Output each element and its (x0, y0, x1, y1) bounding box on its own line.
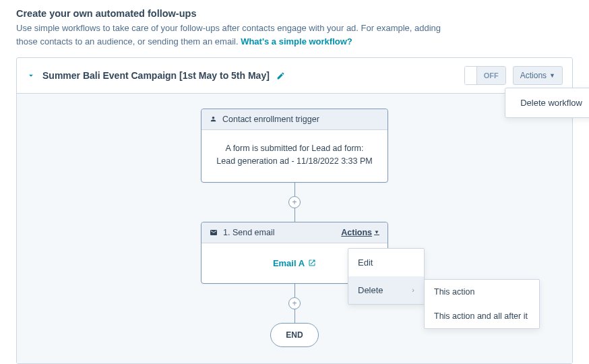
help-link[interactable]: What's a simple workflow? (241, 36, 352, 47)
edit-title-icon[interactable] (276, 71, 285, 80)
trigger-node-body: A form is submitted for Lead ad form: Le… (202, 130, 388, 182)
collapse-toggle-icon[interactable] (26, 71, 36, 80)
trigger-node[interactable]: Contact enrollment trigger A form is sub… (201, 109, 388, 183)
external-link-icon (308, 259, 316, 267)
submenu-this-action[interactable]: This action (425, 280, 539, 304)
end-node: END (270, 323, 318, 347)
email-link-text: Email A (273, 258, 305, 268)
email-header-label: 1. Send email (223, 228, 274, 237)
caret-down-icon: ▼ (549, 72, 555, 79)
workflow-canvas: Contact enrollment trigger A form is sub… (17, 94, 572, 363)
workflow-title: Summer Bali Event Campaign [1st May to 5… (42, 70, 270, 81)
menu-edit-label: Edit (358, 257, 373, 268)
delete-workflow-menu-item[interactable]: Delete workflow (505, 88, 589, 118)
add-step-button[interactable]: + (288, 196, 301, 208)
workflow-toggle[interactable]: OFF (464, 66, 506, 85)
submenu-this-and-after[interactable]: This action and all after it (425, 304, 539, 328)
workflow-card: Summer Bali Event Campaign [1st May to 5… (16, 57, 573, 364)
connector-line (294, 284, 295, 297)
workflow-actions-button[interactable]: Actions ▼ (513, 66, 563, 85)
email-icon (210, 229, 218, 237)
trigger-header-label: Contact enrollment trigger (222, 115, 319, 124)
toggle-handle (465, 67, 477, 84)
delete-submenu: This action This action and all after it (424, 279, 540, 329)
caret-down-icon: ▼ (374, 229, 379, 235)
trigger-node-header: Contact enrollment trigger (202, 109, 388, 130)
workflow-header: Summer Bali Event Campaign [1st May to 5… (17, 58, 572, 94)
subtitle-text: Use simple workflows to take care of you… (16, 23, 441, 47)
connector-line (294, 309, 295, 323)
connector-line (294, 208, 295, 222)
menu-delete-label: Delete (358, 285, 383, 295)
add-step-button[interactable]: + (288, 297, 301, 309)
email-actions-label: Actions (341, 228, 372, 237)
chevron-right-icon: › (412, 286, 414, 294)
email-node-actions-button[interactable]: Actions ▼ (341, 228, 379, 237)
contact-icon (210, 116, 217, 123)
menu-item-delete[interactable]: Delete › (348, 276, 424, 304)
connector-line (294, 183, 295, 196)
page-subtitle: Use simple workflows to take care of you… (16, 22, 447, 48)
toggle-label: OFF (477, 67, 505, 84)
page-title: Create your own automated follow-ups (16, 8, 573, 19)
menu-item-edit[interactable]: Edit (348, 249, 424, 276)
node-actions-menu: Edit Delete › This action This action an… (348, 248, 425, 305)
workflow-actions-label: Actions (520, 71, 547, 80)
email-node-header: 1. Send email Actions ▼ (202, 222, 388, 243)
